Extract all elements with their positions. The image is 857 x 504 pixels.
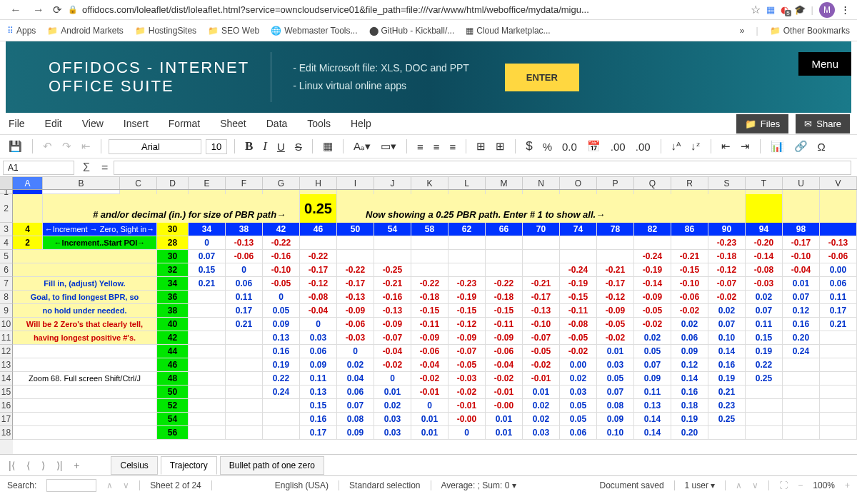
cell[interactable]: -0.22 xyxy=(411,277,448,290)
cell[interactable]: 48 xyxy=(157,372,189,385)
cell[interactable] xyxy=(226,372,263,385)
cell[interactable]: 0.11 xyxy=(746,318,783,331)
address-bar[interactable]: 🔒 offidocs.com/loleaflet/dist/loleaflet.… xyxy=(68,4,745,15)
zoom-prev-icon[interactable]: ∧ xyxy=(736,480,742,490)
cell[interactable]: 0.02 xyxy=(523,413,560,425)
kebab-icon[interactable]: ⋮ xyxy=(841,4,850,15)
tab-prev-icon[interactable]: ⟨ xyxy=(22,460,34,471)
cell[interactable]: 0.07 xyxy=(634,358,671,371)
cell[interactable]: 0.08 xyxy=(597,399,634,412)
tab-next-icon[interactable]: ⟩ xyxy=(37,460,49,471)
cell[interactable]: -0.07 xyxy=(448,345,486,358)
cell[interactable]: -0.09 xyxy=(337,304,374,317)
ext-icon-1[interactable]: ▦ xyxy=(766,4,775,15)
cell[interactable]: 78 xyxy=(597,223,634,236)
cell[interactable]: -0.02 xyxy=(634,318,671,331)
cell[interactable]: -0.04 xyxy=(374,345,411,358)
col-header-S[interactable]: S xyxy=(708,177,746,189)
indent-inc-icon[interactable]: ⇥ xyxy=(738,138,753,154)
cell[interactable]: 0.21 xyxy=(708,385,746,398)
zoom-level[interactable]: 100% xyxy=(813,480,835,490)
cell[interactable]: -0.06 xyxy=(337,318,374,331)
cell[interactable]: Will be 2 Zero's that clearly tell, xyxy=(13,318,157,331)
cell[interactable] xyxy=(560,236,597,249)
cell[interactable]: Goal, to find longest BPR, so xyxy=(13,291,157,303)
apps-button[interactable]: ⠿ Apps xyxy=(7,26,36,36)
cell[interactable]: 40 xyxy=(157,318,189,331)
row-header-16[interactable]: 16 xyxy=(0,399,13,413)
col-header-I[interactable]: I xyxy=(337,177,374,189)
cell[interactable] xyxy=(189,358,226,371)
cell[interactable]: 0.02 xyxy=(374,399,411,412)
cell[interactable]: -0.21 xyxy=(374,277,411,290)
search-next-icon[interactable]: ∨ xyxy=(123,480,129,490)
cell[interactable] xyxy=(820,426,857,439)
cell[interactable]: 0 xyxy=(189,236,226,249)
cell[interactable]: -0.02 xyxy=(560,345,597,358)
cell[interactable]: -0.16 xyxy=(374,291,411,303)
cell[interactable]: -0.10 xyxy=(671,277,708,290)
col-header-H[interactable]: H xyxy=(300,177,337,189)
cell[interactable]: 32 xyxy=(157,263,189,276)
cell[interactable]: 0.07 xyxy=(783,291,820,303)
cell[interactable]: 0.12 xyxy=(671,358,708,371)
cell[interactable]: 0.03 xyxy=(523,426,560,439)
cell[interactable]: 0 xyxy=(337,345,374,358)
cell[interactable] xyxy=(263,413,300,425)
col-header-M[interactable]: M xyxy=(486,177,523,189)
cell[interactable]: 34 xyxy=(189,223,226,236)
cell[interactable]: -0.24 xyxy=(634,250,671,263)
cell[interactable]: 0.01 xyxy=(411,413,448,425)
cell[interactable]: 0.11 xyxy=(300,372,337,385)
cell[interactable] xyxy=(189,385,226,398)
cell[interactable] xyxy=(263,399,300,412)
link-icon[interactable]: 🔗 xyxy=(791,138,811,154)
cell[interactable] xyxy=(226,331,263,344)
cell[interactable]: 44 xyxy=(157,345,189,358)
cell[interactable]: 0.07 xyxy=(597,385,634,398)
col-header-Q[interactable]: Q xyxy=(634,177,671,189)
cell[interactable]: 50 xyxy=(337,223,374,236)
cell[interactable]: 0.01 xyxy=(523,385,560,398)
cell[interactable]: 0.22 xyxy=(263,372,300,385)
cell[interactable]: 0.17 xyxy=(820,304,857,317)
search-input[interactable] xyxy=(46,479,96,492)
cell[interactable]: 0.05 xyxy=(560,399,597,412)
cell[interactable]: 0.03 xyxy=(300,331,337,344)
cell[interactable]: -0.06 xyxy=(226,250,263,263)
cell[interactable]: 54 xyxy=(374,223,411,236)
equals-icon[interactable]: = xyxy=(96,161,114,174)
cell[interactable]: -0.05 xyxy=(597,318,634,331)
cell[interactable]: -0.22 xyxy=(263,236,300,249)
cell[interactable]: 28 xyxy=(157,236,189,249)
reload-button[interactable]: ⟳ xyxy=(53,4,62,16)
cell[interactable]: 0.07 xyxy=(337,399,374,412)
cell[interactable]: -0.06 xyxy=(411,345,448,358)
cell[interactable]: 0.07 xyxy=(708,318,746,331)
bookmark-item-3[interactable]: 🌐 Webmaster Tools... xyxy=(271,26,357,36)
cell[interactable]: -0.01 xyxy=(411,385,448,398)
cell[interactable]: 0.00 xyxy=(820,263,857,276)
cell[interactable]: 0.02 xyxy=(523,399,560,412)
cell[interactable]: -0.18 xyxy=(486,291,523,303)
cell[interactable]: 0.09 xyxy=(597,413,634,425)
cell[interactable]: 34 xyxy=(157,277,189,290)
cell[interactable]: 0.01 xyxy=(486,426,523,439)
cell[interactable]: 0.05 xyxy=(597,372,634,385)
indent-dec-icon[interactable]: ⇤ xyxy=(718,138,733,154)
cell[interactable]: 0.09 xyxy=(337,426,374,439)
cell[interactable]: -0.11 xyxy=(486,318,523,331)
cell[interactable]: 98 xyxy=(783,223,820,236)
cell[interactable]: -0.17 xyxy=(300,263,337,276)
cell[interactable]: -0.05 xyxy=(523,345,560,358)
zoom-out-icon[interactable]: − xyxy=(798,480,803,490)
cell[interactable]: -0.04 xyxy=(783,263,820,276)
cell[interactable]: 0.13 xyxy=(300,385,337,398)
cell[interactable]: -0.05 xyxy=(448,358,486,371)
cell[interactable]: -0.13 xyxy=(374,304,411,317)
cell[interactable]: 0.24 xyxy=(263,385,300,398)
cell[interactable] xyxy=(226,385,263,398)
cell[interactable]: -0.02 xyxy=(374,358,411,371)
cell[interactable]: -0.03 xyxy=(337,331,374,344)
cell[interactable]: 56 xyxy=(157,426,189,439)
